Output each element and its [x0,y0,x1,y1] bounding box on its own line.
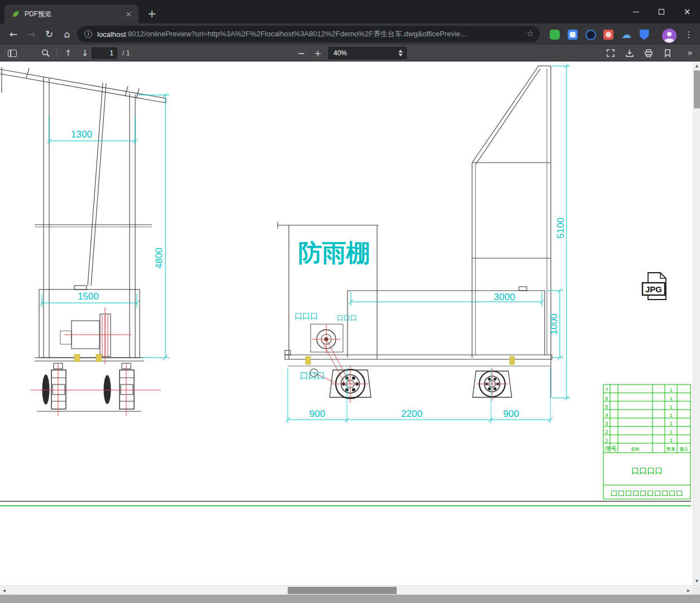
row-no-1: 1 [605,438,608,443]
browser-tab[interactable]: PDF预览 × [4,4,139,23]
row-qty: 1 [669,412,672,418]
fullscreen-icon [606,49,615,58]
title-block-grid [603,384,691,499]
page-count-label: / 1 [122,45,130,61]
pdf-page-content: 1300 4800 1500 [0,61,693,585]
bookmark-star-icon[interactable]: ☆ [527,29,534,39]
extension-icon-4[interactable] [602,29,615,41]
bookmark-button[interactable] [660,45,675,61]
sheet-border [0,501,691,506]
zoom-level-value: 40% [334,49,347,57]
side-note-1: 口口口 [294,311,318,320]
close-button[interactable]: × [674,0,700,23]
side-view-structure [278,66,552,398]
rain-shelter-label: 防雨棚 [298,239,370,266]
new-tab-button[interactable]: + [144,6,160,21]
front-view-dimension-text: 1300 4800 1500 [71,129,164,302]
vertical-scrollbar-thumb[interactable] [694,70,700,108]
horizontal-scrollbar[interactable]: ◀ ▶ [0,585,693,595]
row-qty: 1 [669,429,672,435]
sidebar-toggle-button[interactable] [4,45,20,61]
cad-drawing: 1300 4800 1500 [0,61,693,585]
browser-menu-button[interactable]: ⋮ [683,29,695,41]
search-icon [41,49,50,58]
toolbar-divider [56,49,57,58]
dark-circle-extension-icon [585,30,596,40]
extension-icon-2[interactable] [566,29,579,41]
translate-extension-icon [568,30,578,40]
side-note-3: 口口口 [300,371,325,380]
back-button[interactable]: ← [6,26,21,42]
extension-icon-5[interactable]: ☁ [620,29,632,41]
pdf-viewer-toolbar: ↑ ↓ / 1 − + 40% » [0,45,700,61]
title-block-title: 口口口口 [631,466,663,475]
site-info-icon[interactable]: i [84,30,92,38]
row-no-7: 7 [605,387,608,393]
zoom-out-button[interactable]: − [294,45,308,61]
extension-icon-6[interactable] [638,29,650,41]
dim-900-left-label: 900 [309,409,325,419]
front-view-centerlines [31,307,161,416]
col-header-no: 序号 [604,445,617,452]
front-view-structure [0,67,166,411]
extension-icon-1[interactable] [549,29,561,41]
scroll-right-icon[interactable]: ▶ [684,586,693,595]
download-button[interactable] [622,45,637,61]
col-header-note: 备注 [679,447,688,452]
scroll-left-icon[interactable]: ◀ [0,586,8,595]
more-tools-button[interactable]: » [683,45,697,61]
presentation-mode-button[interactable] [603,45,618,61]
previous-page-button[interactable]: ↑ [60,45,76,61]
side-view-centerlines [312,325,508,403]
col-header-name: 名称 [631,447,640,452]
side-view-labels: 防雨棚 3000 1000 5100 900 2200 900 口口口 口口口 … [294,217,566,419]
maximize-button[interactable] [649,0,674,23]
horizontal-scrollbar-thumb[interactable] [288,587,397,594]
row-qty: 1 [669,387,672,393]
address-bar[interactable]: i localhost :8012/onlinePreview?url=http… [77,26,540,42]
close-icon: × [684,8,691,16]
tab-favicon-leaf-icon [11,10,20,18]
scrollbar-corner [693,585,700,595]
next-page-button[interactable]: ↓ [77,45,93,61]
row-qty: 1 [669,404,672,410]
dim-5100-label: 5100 [555,217,566,239]
side-view-pads [306,357,515,364]
row-no-3: 3 [605,421,608,426]
side-note-2: 口口口 [337,314,357,322]
home-button[interactable]: ⌂ [59,26,75,42]
page-number-input[interactable] [92,48,117,59]
download-icon [625,49,634,58]
shield-extension-icon [640,30,649,40]
jpg-file-icon: JPG [642,273,666,300]
url-path: :8012/onlinePreview?url=http%3A%2F%2Floc… [126,29,467,39]
window-bottom-edge [0,595,700,603]
zoom-in-button[interactable]: + [311,45,325,61]
zoom-level-select[interactable]: 40% [328,47,407,59]
maximize-icon [659,9,664,15]
row-qty: 1 [669,421,672,426]
minimize-button[interactable] [623,0,649,23]
select-spinner-icon [398,50,403,56]
forward-button[interactable]: → [23,26,39,42]
print-button[interactable] [641,45,656,61]
tab-close-icon[interactable]: × [123,10,134,18]
row-no-5: 5 [605,404,608,410]
vertical-scrollbar[interactable]: ▲ ▼ [693,61,700,585]
front-view-dimensions [40,93,169,360]
dim-1500-label: 1500 [78,291,99,302]
row-qty: 1 [669,438,672,443]
reload-button[interactable]: ↻ [41,26,57,42]
scroll-down-icon[interactable]: ▼ [693,577,700,585]
scroll-up-icon[interactable]: ▲ [693,61,700,70]
browser-toolbar: ← → ↻ ⌂ i localhost :8012/onlinePreview?… [0,23,700,45]
profile-avatar[interactable] [662,29,677,45]
find-button[interactable] [38,45,54,61]
extension-icon-3[interactable] [584,29,597,41]
row-qty: 1 [669,396,672,401]
dim-900-right-label: 900 [503,409,519,419]
row-no-6: 6 [605,396,608,401]
title-block-text: 7 6 5 4 3 2 1 1 1 1 1 1 1 1 序号 名称 数量 备注 … [604,387,688,498]
dim-2200-label: 2200 [401,409,422,419]
red-extension-icon [603,30,613,40]
